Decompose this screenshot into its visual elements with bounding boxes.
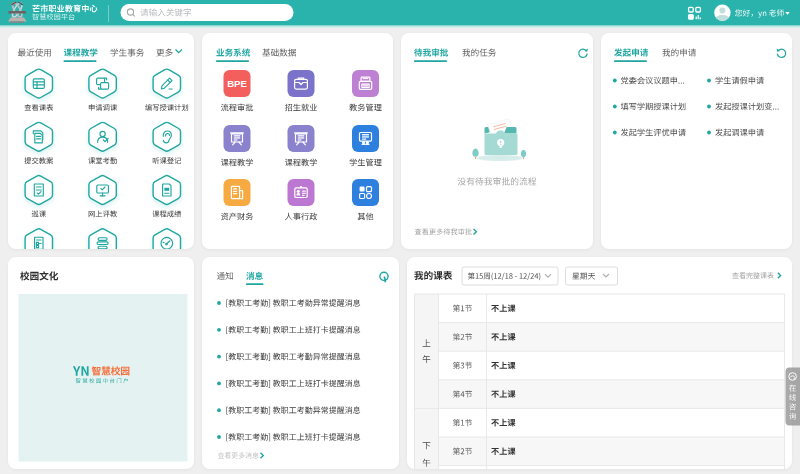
svg-text:BPE: BPE <box>227 78 247 89</box>
